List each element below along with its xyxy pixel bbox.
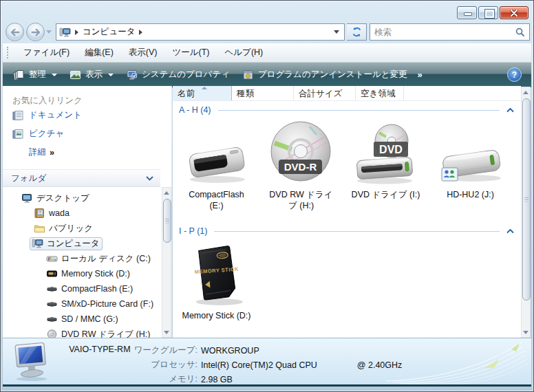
- menu-file[interactable]: ファイル(F): [16, 44, 77, 61]
- tree-label: Memory Stick (D:): [61, 269, 130, 279]
- dvd-drive-with-disc-icon: DVD: [353, 123, 419, 186]
- uninstall-program-button[interactable]: プログラムのアンインストールと変更: [236, 65, 414, 84]
- tree-item-local-disk-c[interactable]: ローカル ディスク (C:): [46, 252, 151, 265]
- more-links-button[interactable]: 詳細 »: [29, 146, 54, 158]
- tree-item-wada[interactable]: wada: [34, 206, 70, 220]
- drive-item-hd-hu2-j[interactable]: HD-HU2 (J:): [428, 116, 513, 211]
- drive-item-compactflash-e[interactable]: CompactFlash (E:): [174, 116, 259, 211]
- memory-stick-icon: [46, 268, 58, 279]
- memory-label: メモリ:: [169, 373, 197, 385]
- menu-edit[interactable]: 編集(E): [77, 44, 121, 61]
- favorite-links-title: お気に入りリンク: [12, 95, 83, 107]
- views-button[interactable]: 表示: [63, 65, 120, 84]
- recent-pages-dropdown[interactable]: [46, 30, 52, 34]
- maximize-button[interactable]: [478, 6, 498, 19]
- computer-icon: [59, 27, 71, 38]
- main-scrollbar[interactable]: [521, 87, 531, 338]
- card-reader-drive-icon: [183, 133, 250, 186]
- forward-arrow-icon: [31, 28, 40, 36]
- column-type[interactable]: 種類: [232, 86, 294, 100]
- computer-large-icon: [11, 342, 52, 382]
- scroll-up-icon[interactable]: [522, 87, 530, 97]
- drive-item-dvd-i[interactable]: DVD DVD ドライブ (I:): [343, 116, 428, 211]
- minimize-button[interactable]: [457, 6, 477, 19]
- close-icon: [511, 10, 518, 17]
- group-header-a-h[interactable]: A - H (4): [179, 105, 514, 115]
- tree-label: パブリック: [49, 223, 93, 235]
- tree-item-desktop[interactable]: デスクトップ: [21, 191, 89, 205]
- column-type-label: 種類: [237, 89, 254, 98]
- sidebar-scrollbar-thumb[interactable]: [163, 199, 171, 243]
- menu-view[interactable]: 表示(V): [121, 44, 165, 61]
- details-panel: VAIO-TYPE-RM ワークグループ: WORKGROUP プロセッサ: I…: [3, 338, 531, 385]
- workgroup-label: ワークグループ:: [134, 345, 197, 356]
- sidebar-item-documents[interactable]: ドキュメント: [12, 109, 82, 121]
- scroll-up-icon[interactable]: [162, 188, 171, 197]
- tree-item-computer[interactable]: コンピュータ: [30, 237, 103, 250]
- scroll-down-icon[interactable]: [522, 327, 530, 337]
- details-rows: VAIO-TYPE-RM ワークグループ: WORKGROUP プロセッサ: I…: [56, 343, 402, 385]
- tree-label: SD / MMC (G:): [61, 314, 118, 324]
- computer-name: VAIO-TYPE-RM: [69, 345, 130, 356]
- tree-item-memory-stick-d[interactable]: Memory Stick (D:): [46, 267, 130, 281]
- back-arrow-icon: [10, 28, 19, 36]
- refresh-button[interactable]: [347, 23, 367, 41]
- removable-drive-icon: [46, 283, 58, 294]
- address-bar[interactable]: コンピュータ: [56, 23, 345, 41]
- close-button[interactable]: [500, 6, 528, 19]
- tree-item-smxd-card-f[interactable]: SM/xD-Picture Card (F:): [46, 297, 153, 311]
- group-header-i-p[interactable]: I - P (1): [179, 226, 514, 236]
- views-dropdown-icon: [108, 74, 114, 76]
- group-a-h-items: CompactFlash (E:): [174, 116, 513, 211]
- tree-label: wada: [49, 208, 70, 218]
- system-properties-label: システムのプロパティ: [142, 69, 230, 80]
- computer-icon: [32, 238, 43, 249]
- address-dropdown-icon[interactable]: [334, 30, 339, 34]
- sidebar-scrollbar[interactable]: [162, 187, 171, 338]
- tree-label: SM/xD-Picture Card (F:): [61, 299, 153, 309]
- explorer-window: コンピュータ ファイル(F) 編集(E) 表示(V) ツール(T) ヘ: [0, 0, 534, 392]
- uninstall-program-icon: [242, 69, 254, 80]
- column-free-space-label: 空き領域: [361, 89, 395, 98]
- uninstall-program-label: プログラムのアンインストールと変更: [258, 69, 407, 80]
- memory-stick-card-icon: MEMORY STICK: [184, 240, 250, 307]
- help-button[interactable]: ?: [507, 67, 522, 82]
- detail-row-memory: メモリ: 2.98 GB: [56, 372, 402, 385]
- menu-help[interactable]: ヘルプ(H): [217, 44, 271, 61]
- item-label: DVD RW ドライブ (H:): [266, 189, 337, 211]
- tree-item-public[interactable]: パブリック: [34, 221, 93, 235]
- group-divider: [214, 231, 500, 232]
- back-button[interactable]: [6, 23, 24, 41]
- column-free-space[interactable]: 空き領域: [356, 86, 404, 100]
- command-toolbar: 整理 表示 システムのプロパティ: [3, 62, 531, 87]
- menu-tools[interactable]: ツール(T): [164, 44, 217, 61]
- tree-item-compactflash-e[interactable]: CompactFlash (E:): [46, 282, 133, 296]
- system-drive-icon: [46, 253, 58, 264]
- system-properties-button[interactable]: システムのプロパティ: [120, 65, 236, 84]
- toolbar-overflow-chevron[interactable]: »: [414, 69, 427, 80]
- group-label: A - H (4): [179, 105, 211, 115]
- scroll-down-icon[interactable]: [162, 327, 171, 337]
- sidebar-item-pictures[interactable]: ピクチャ: [12, 128, 64, 140]
- views-label: 表示: [85, 69, 103, 80]
- drive-item-dvd-rw-h[interactable]: DVD-R DVD RW ドライブ (H:): [259, 116, 343, 211]
- search-input[interactable]: [370, 28, 515, 37]
- folders-band[interactable]: フォルダ: [3, 169, 160, 187]
- sort-ascending-icon: [202, 87, 207, 89]
- column-name[interactable]: 名前: [173, 86, 232, 100]
- main-scrollbar-thumb[interactable]: [522, 98, 531, 301]
- item-label: Memory Stick (D:): [181, 310, 253, 321]
- collapse-chevron-icon[interactable]: [506, 229, 514, 234]
- collapse-chevron-icon[interactable]: [506, 108, 514, 113]
- user-folder-icon: [34, 208, 45, 219]
- navigation-pane: お気に入りリンク ドキュメント ピクチャ 詳細 »: [3, 86, 172, 338]
- chevron-down-icon: [146, 176, 153, 181]
- organize-button[interactable]: 整理: [7, 65, 63, 84]
- navigation-bar: コンピュータ: [1, 22, 534, 43]
- drive-item-memory-stick-d[interactable]: MEMORY STICK Memory Stick (D:): [174, 237, 259, 321]
- column-total-size[interactable]: 合計サイズ: [294, 86, 356, 100]
- breadcrumb-computer[interactable]: コンピュータ: [83, 26, 135, 38]
- forward-button[interactable]: [26, 23, 45, 41]
- tree-item-sd-mmc-g[interactable]: SD / MMC (G:): [46, 312, 118, 326]
- pictures-label: ピクチャ: [29, 128, 64, 140]
